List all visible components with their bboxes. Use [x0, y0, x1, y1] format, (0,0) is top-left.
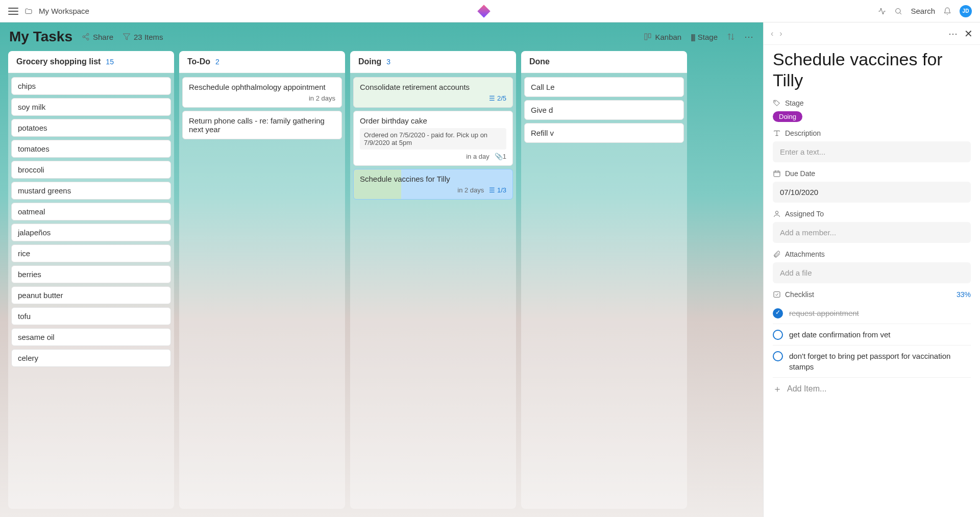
- folder-icon: [24, 7, 33, 15]
- svg-point-0: [896, 8, 900, 13]
- svg-line-1: [900, 12, 901, 14]
- search-icon[interactable]: [894, 7, 902, 15]
- avatar[interactable]: JD: [960, 5, 972, 17]
- search-label[interactable]: Search: [911, 7, 935, 15]
- activity-icon[interactable]: [878, 7, 886, 15]
- app-logo[interactable]: [477, 5, 490, 17]
- topbar: My Workspace Search JD: [0, 0, 980, 22]
- workspace-name[interactable]: My Workspace: [39, 7, 89, 15]
- bell-icon[interactable]: [943, 7, 951, 15]
- menu-icon[interactable]: [8, 8, 18, 15]
